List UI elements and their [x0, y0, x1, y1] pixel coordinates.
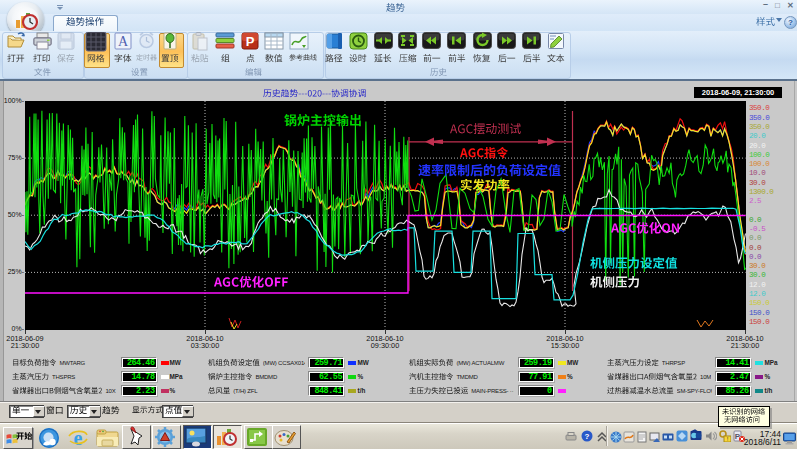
svg-text:?: ? — [585, 432, 590, 441]
svg-text:e: e — [74, 427, 83, 449]
svg-text:A: A — [118, 34, 129, 49]
svg-text:P: P — [246, 34, 255, 49]
